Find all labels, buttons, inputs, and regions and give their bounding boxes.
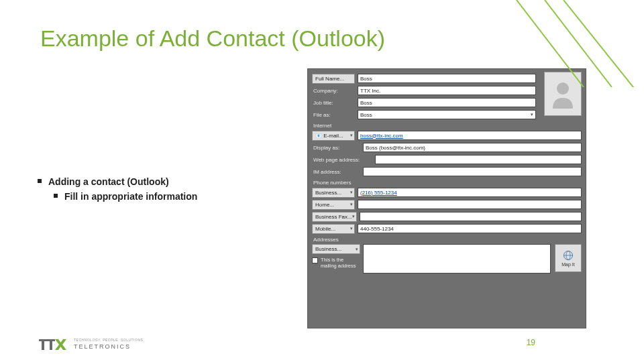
job-title-input[interactable]: Boss xyxy=(358,98,536,107)
internet-section-header: Internet xyxy=(313,123,580,129)
bullet-square-icon xyxy=(54,194,58,198)
sub-bullet-text: Fill in appropriate information xyxy=(64,189,197,204)
phone-mobile-input[interactable]: 440-555-1234 xyxy=(358,224,582,233)
chevron-down-icon: ▾ xyxy=(350,133,353,138)
company-input[interactable]: TTX Inc. xyxy=(358,86,536,95)
web-address-input[interactable] xyxy=(375,155,582,164)
phone-home-input[interactable] xyxy=(358,200,582,209)
addresses-section-header: Addresses xyxy=(313,237,580,243)
brand-name: TELETRONICS xyxy=(74,343,144,350)
map-it-button[interactable]: Map It xyxy=(555,244,582,272)
brand-logo: TECHNOLOGY. PEOPLE. SOLUTIONS. TELETRONI… xyxy=(38,334,144,354)
chevron-down-icon: ▾ xyxy=(350,202,353,207)
file-as-select[interactable]: Boss▾ xyxy=(358,110,536,119)
phone-business-button[interactable]: Business...▾ xyxy=(312,188,355,198)
email-button[interactable]: 📧 E-mail... ▾ xyxy=(312,131,355,141)
brand-tagline: TECHNOLOGY. PEOPLE. SOLUTIONS. xyxy=(74,338,144,342)
chevron-down-icon: ▾ xyxy=(350,226,353,231)
page-number: 19 xyxy=(527,338,535,347)
address-business-button[interactable]: Business...▾ xyxy=(312,244,360,254)
ttx-logo-icon xyxy=(38,334,68,354)
im-address-label: IM address: xyxy=(312,169,360,175)
checkbox-icon xyxy=(312,257,318,263)
phone-home-button[interactable]: Home...▾ xyxy=(312,200,355,210)
mailing-address-checkbox[interactable]: This is the mailing address xyxy=(312,257,360,269)
corner-decoration xyxy=(496,0,644,87)
web-address-label: Web page address: xyxy=(312,157,372,163)
bullet-text: Adding a contact (Outlook) xyxy=(48,174,169,189)
phone-bfax-input[interactable] xyxy=(360,212,582,221)
slide-title: Example of Add Contact (Outlook) xyxy=(40,25,385,52)
phone-mobile-button[interactable]: Mobile...▾ xyxy=(312,224,355,234)
phone-bfax-button[interactable]: Business Fax...▾ xyxy=(312,212,357,222)
bullet-square-icon xyxy=(38,179,42,183)
phone-section-header: Phone numbers xyxy=(313,180,580,186)
email-input[interactable]: boss@ttx-inc.com xyxy=(358,131,582,140)
bullet-list: Adding a contact (Outlook) Fill in appro… xyxy=(38,174,197,204)
chevron-down-icon: ▾ xyxy=(352,214,355,219)
outlook-contact-dialog: Full Name... Boss Company: TTX Inc. Job … xyxy=(307,68,586,328)
phone-business-input[interactable]: (216) 555-1234 xyxy=(358,188,582,197)
address-textarea[interactable] xyxy=(363,244,551,274)
file-as-label: File as: xyxy=(312,112,355,118)
chevron-down-icon: ▾ xyxy=(350,190,353,195)
company-label: Company: xyxy=(312,88,355,94)
chevron-down-icon: ▾ xyxy=(531,112,533,117)
job-title-label: Job title: xyxy=(312,100,355,106)
globe-icon xyxy=(563,250,574,261)
full-name-button[interactable]: Full Name... xyxy=(312,74,355,84)
display-as-input[interactable]: Boss (boss@ttx-inc.com) xyxy=(363,143,582,152)
im-address-input[interactable] xyxy=(363,167,582,176)
chevron-down-icon: ▾ xyxy=(356,247,358,252)
display-as-label: Display as: xyxy=(312,145,360,151)
